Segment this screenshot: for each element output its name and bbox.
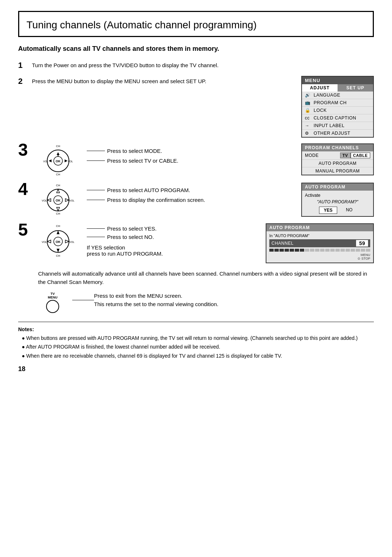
prog-seg-7 (305, 249, 309, 252)
page-title: Tuning channels (Automatic channel progr… (26, 16, 366, 32)
auto-run-title: AUTO PROGRAM (266, 224, 373, 231)
prog-seg-11 (325, 249, 330, 252)
tab-adjust: ADJUST (302, 84, 338, 92)
note-item-1: After AUTO PROGRAM is finished, the lowe… (22, 343, 374, 350)
svg-text:VOL: VOL (42, 199, 47, 202)
svg-marker-26 (57, 231, 60, 234)
step-4-number: 4 (18, 180, 34, 198)
svg-text:VOL: VOL (43, 160, 48, 163)
menu-title: MENU (302, 77, 373, 84)
prog-ch-title: PROGRAM CHANNELS (302, 144, 373, 151)
channel-row: CHANNEL 59 (269, 239, 370, 247)
svg-text:VOL: VOL (69, 241, 74, 243)
remote-svg-5: CH OK VOL VOL CH (40, 223, 80, 258)
step-2-number: 2 (18, 77, 29, 86)
auto-program-running-box: AUTO PROGRAM In "AUTO PROGRAM" CHANNEL 5… (266, 223, 374, 263)
svg-text:CH: CH (56, 184, 60, 187)
notes-section: Notes: When buttons are pressed with AUT… (18, 322, 374, 359)
program-channels-box: PROGRAM CHANNELS MODE TV CABLE AUTO PROG… (301, 143, 374, 175)
menu-tabs: ADJUST SET UP (302, 84, 373, 92)
menu-icon-0: 🔊 (305, 93, 311, 98)
prog-seg-0 (269, 249, 274, 252)
svg-marker-27 (57, 249, 60, 252)
step-2-text: Press the MENU button to display the MEN… (32, 76, 293, 86)
svg-text:CH: CH (56, 145, 60, 148)
menu-button-wrap: TVMENU (38, 292, 67, 313)
step-4-remote: CH OK VOL VOL CH (38, 183, 82, 215)
step-3-line2: Press to select TV or CABLE. (87, 158, 178, 164)
menu-stop: MENU⊙ STOP (269, 253, 370, 260)
svg-text:CH: CH (56, 212, 60, 215)
menu-ui-box: MENU ADJUST SET UP 🔊LANGUAGE📺PROGRAM CH🔒… (301, 76, 374, 138)
prog-seg-13 (335, 249, 340, 252)
menu-item-1: 📺PROGRAM CH (302, 99, 373, 107)
step-4-line2: Press to display the confirmation screen… (87, 197, 205, 203)
svg-marker-29 (47, 240, 51, 243)
auto-prog-body: Activate "AUTO PROGRAM?" YES NO (302, 191, 373, 216)
title-box: Tuning channels (Automatic channel progr… (18, 11, 374, 37)
remote-svg-3: CH OK VOL VOL CH (40, 143, 80, 176)
menu-icon-3: cc (305, 115, 311, 121)
prog-seg-8 (310, 249, 314, 252)
menu-icon-2: 🔒 (305, 108, 311, 113)
tab-setup: SET UP (338, 84, 373, 92)
in-label: In "AUTO PROGRAM" (269, 233, 370, 238)
notes-list: When buttons are pressed with AUTO PROGR… (18, 334, 374, 359)
step-5-remote: CH OK VOL VOL CH (38, 223, 82, 258)
channel-value: 59 (356, 240, 368, 247)
exit-text: Press to exit from the MENU screen. This… (94, 292, 219, 308)
prog-seg-19 (366, 249, 370, 252)
svg-text:CH: CH (56, 254, 60, 257)
prog-seg-12 (330, 249, 335, 252)
yes-button[interactable]: YES (319, 207, 337, 214)
prog-seg-4 (290, 249, 294, 252)
step-3-row: 3 CH OK VOL VOL (18, 143, 374, 176)
no-button[interactable]: NO (342, 207, 356, 214)
step-1-row: 1 Turn the Power on and press the TV/VID… (18, 60, 374, 70)
svg-text:CH: CH (56, 173, 60, 176)
svg-text:VOL: VOL (42, 241, 47, 243)
menu-icon-4: → (305, 123, 311, 128)
step-3-number: 3 (18, 141, 34, 159)
page-number: 18 (18, 365, 374, 373)
svg-marker-6 (65, 159, 68, 162)
menu-item-5: ⚙OTHER ADJUST (302, 130, 373, 137)
step-5-row: 5 CH OK VOL VOL CH (18, 223, 374, 263)
prog-ch-item-0: AUTO PROGRAM (302, 159, 373, 167)
step-1-number: 1 (18, 61, 29, 70)
progress-bar (269, 249, 370, 252)
exit-row: TVMENU Press to exit from the MENU scree… (38, 292, 374, 313)
prog-seg-9 (315, 249, 319, 252)
auto-run-body: In "AUTO PROGRAM" CHANNEL 59 MENU⊙ STOP (266, 231, 373, 263)
prog-seg-3 (285, 249, 289, 252)
svg-text:OK: OK (56, 199, 61, 202)
auto-prog-buttons: YES NO (305, 207, 370, 214)
prog-seg-15 (346, 249, 350, 252)
channels-paragraph: Channels will automatically advance unti… (38, 270, 374, 286)
auto-prog-confirm: "AUTO PROGRAM?" (305, 199, 370, 204)
step-5-content: CH OK VOL VOL CH Press to select YES. (38, 223, 374, 263)
notes-title: Notes: (18, 326, 374, 332)
auto-prog-title: AUTO PROGRAM (302, 183, 373, 191)
step-5-arrows: Press to select YES. Press to select NO.… (87, 223, 163, 257)
prog-seg-2 (279, 249, 284, 252)
note-item-0: When buttons are pressed with AUTO PROGR… (22, 334, 374, 342)
step-5-extra: If YES selection press to run AUTO PROGR… (87, 244, 163, 257)
svg-marker-7 (49, 159, 52, 162)
svg-text:CH: CH (56, 224, 60, 228)
menu-item-0: 🔊LANGUAGE (302, 92, 373, 99)
svg-marker-17 (65, 199, 69, 202)
svg-marker-16 (57, 207, 60, 211)
step-4-content: CH OK VOL VOL CH Press to select AUTO (38, 183, 374, 217)
menu-icon-5: ⚙ (305, 131, 311, 136)
cable-btn: CABLE (351, 153, 370, 158)
step-3-arrows: Press to select MODE. Press to select TV… (87, 143, 178, 164)
menu-icon-1: 📺 (305, 100, 311, 105)
step-4-row: 4 CH OK VOL VOL CH (18, 183, 374, 217)
menu-item-4: →INPUT LABEL (302, 122, 373, 130)
svg-marker-4 (57, 152, 60, 155)
prog-mode-row: MODE TV CABLE (302, 151, 373, 159)
step-2-row: 2 Press the MENU button to display the M… (18, 76, 374, 138)
auto-program-confirm-box: AUTO PROGRAM Activate "AUTO PROGRAM?" YE… (301, 183, 374, 217)
menu-item-3: ccCLOSED CAPTION (302, 114, 373, 122)
